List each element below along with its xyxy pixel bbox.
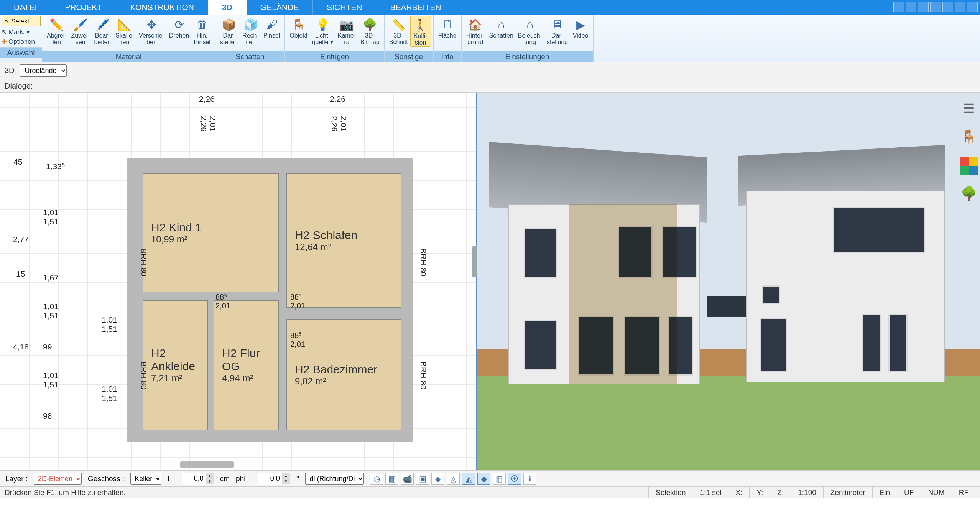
toolbar-icon[interactable]: ▣ <box>416 473 429 485</box>
ribbon-button[interactable]: 🚶Kolli- sion <box>410 16 431 47</box>
step-up-icon[interactable]: ▲ <box>282 473 290 479</box>
ribbon-button[interactable]: 🌳3D- Bitmap <box>358 16 382 46</box>
toolbar-icon[interactable]: ▦ <box>385 473 398 485</box>
ribbon-button[interactable]: 🖌Pinsel <box>261 16 283 40</box>
ribbon-button[interactable]: 🖥Dar- stellung <box>544 16 570 46</box>
ribbon-button[interactable]: 🧊Rech- nen <box>240 16 261 46</box>
room-area: 12,64 m² <box>295 242 331 252</box>
floor-plan[interactable]: H2 Kind 110,99 m²H2 Schlafen12,64 m²H2 A… <box>127 158 413 442</box>
tab-3d[interactable]: 3D <box>208 0 247 15</box>
group-title: Einstellungen <box>462 51 593 62</box>
phi-stepper[interactable]: ▲▼ <box>258 473 290 485</box>
room[interactable]: H2 Ankleide7,21 m² <box>143 300 208 430</box>
tab-datei[interactable]: DATEI <box>0 0 51 15</box>
length-input[interactable] <box>182 473 206 485</box>
length-stepper[interactable]: ▲▼ <box>182 473 214 485</box>
toolbar-icon[interactable]: ⦿ <box>508 473 521 485</box>
ribbon-button[interactable]: ⌂Beleuch- tung <box>516 16 544 46</box>
step-down-icon[interactable]: ▼ <box>282 479 290 484</box>
ribbon-button[interactable]: 📐Skalie- ren <box>113 16 136 46</box>
win-tool-icon[interactable] <box>893 2 904 12</box>
minimize-icon[interactable] <box>942 2 953 12</box>
ribbon-button[interactable]: ⌂Schatten <box>487 16 516 40</box>
layers-icon[interactable]: ☰ <box>960 101 978 118</box>
tree-icon[interactable]: 🌳 <box>960 186 978 203</box>
view-3d[interactable]: ☰ 🪑 🌳 <box>477 93 980 470</box>
group-title: Material <box>42 51 215 62</box>
status-scale: 1:100 <box>791 487 823 498</box>
tab-konstruktion[interactable]: KONSTRUKTION <box>116 0 208 15</box>
status-uf: UF <box>897 487 921 498</box>
toolbar-icon[interactable]: ℹ <box>523 473 536 485</box>
help-icon[interactable] <box>930 2 941 12</box>
tab-gelaende[interactable]: GELÄNDE <box>247 0 313 15</box>
win-restore-icon[interactable] <box>918 2 929 12</box>
room-name: H2 Kind 1 <box>151 221 202 234</box>
plan-view-2d[interactable]: 45 1,33⁵ 2,77 1,01 1,51 15 1,67 4,18 1,0… <box>0 93 477 470</box>
ribbon-button[interactable]: 🏠Hinter- grund <box>464 16 487 46</box>
step-down-icon[interactable]: ▼ <box>206 479 214 484</box>
window-controls <box>891 0 980 15</box>
ribbon-icon: 📦 <box>221 17 237 32</box>
ribbon-label: Kame- ra <box>338 32 356 45</box>
ribbon-button[interactable]: 📏3D- Schnitt <box>387 16 410 46</box>
ribbon-button[interactable]: 🖌️Zuwei- sen <box>69 16 92 46</box>
toolbar-icon[interactable]: ◬ <box>447 473 460 485</box>
ribbon-group-einfuegen: 🪑Objekt💡Licht- quelle ▾📷Kame- ra🌳3D- Bit… <box>285 15 384 62</box>
toolbar-icon[interactable]: ◷ <box>370 473 383 485</box>
ribbon-button[interactable]: 🗒Fläche <box>436 16 459 40</box>
tab-projekt[interactable]: PROJEKT <box>51 0 116 15</box>
layer-select[interactable]: 2D-Elemen <box>34 473 82 485</box>
room-name: H2 Ankleide <box>151 347 199 373</box>
ribbon-button[interactable]: ✏️Abgrei- fen <box>44 16 69 46</box>
toolbar-icon[interactable]: ◈ <box>431 473 444 485</box>
close-icon[interactable] <box>967 2 978 12</box>
status-selection: Selektion <box>648 487 692 498</box>
room[interactable]: H2 Kind 110,99 m² <box>143 173 279 292</box>
ribbon-button[interactable]: 💡Licht- quelle ▾ <box>310 16 335 46</box>
brh-label: BRH 80 <box>419 361 428 390</box>
tab-bearbeiten[interactable]: BEARBEITEN <box>376 0 455 15</box>
phi-unit: ° <box>296 475 299 483</box>
geschoss-select[interactable]: Keller <box>130 473 161 485</box>
ribbon-icon: 📷 <box>339 17 354 32</box>
optionen-button[interactable]: ✚Optionen <box>2 38 41 46</box>
ribbon-icon: ✏️ <box>49 17 64 32</box>
win-copy-icon[interactable] <box>906 2 916 12</box>
room[interactable]: H2 Flur OG4,94 m² <box>214 300 279 430</box>
ribbon-icon: ▶ <box>573 17 588 32</box>
toolbar-icon[interactable]: 📹 <box>401 473 414 485</box>
ribbon-group-sonstige: 📏3D- Schnitt🚶Kolli- sion Sonstige <box>385 15 434 62</box>
step-up-icon[interactable]: ▲ <box>206 473 214 479</box>
ribbon-icon: 📐 <box>117 17 133 32</box>
ribbon-button[interactable]: ▶Video <box>570 16 591 40</box>
ribbon-button[interactable]: 📦Dar- stellen <box>218 16 240 46</box>
toolbar-icon[interactable]: ◆ <box>477 473 490 485</box>
tab-sichten[interactable]: SICHTEN <box>313 0 376 15</box>
layer-select[interactable]: Urgelände <box>20 64 67 77</box>
maximize-icon[interactable] <box>955 2 965 12</box>
ribbon-label: Pinsel <box>263 32 280 39</box>
color-swatch-icon[interactable] <box>960 157 978 175</box>
selekt-button[interactable]: ↖Selekt <box>2 16 41 26</box>
dl-select[interactable]: dl (Richtung/Di <box>305 473 364 485</box>
ribbon-button[interactable]: 📷Kame- ra <box>335 16 358 46</box>
ribbon-button[interactable]: 🗑Hin. Pinsel <box>191 16 213 46</box>
room[interactable]: H2 Schlafen12,64 m² <box>286 173 401 308</box>
brh-label: BRH 80 <box>139 361 148 390</box>
ribbon-label: Objekt <box>289 32 307 39</box>
toolbar-icon[interactable]: ◭ <box>462 473 475 485</box>
ribbon-button[interactable]: ✥Verschie- ben <box>136 16 167 46</box>
scroll-thumb-horizontal[interactable] <box>180 461 234 468</box>
mark-button[interactable]: ↖Mark.▾ <box>2 28 41 36</box>
ribbon-group-material: ✏️Abgrei- fen🖌️Zuwei- sen🖊️Bear- beiten📐… <box>42 15 215 62</box>
ribbon-label: Verschie- ben <box>139 32 164 45</box>
ribbon-button[interactable]: ⟳Drehen <box>167 16 191 40</box>
pane-splitter[interactable] <box>472 246 477 277</box>
door-dimension: 88⁵ 2,01 <box>215 292 230 310</box>
ribbon-button[interactable]: 🪑Objekt <box>287 16 309 40</box>
toolbar-icon[interactable]: ▦ <box>493 473 506 485</box>
phi-input[interactable] <box>258 473 282 485</box>
chair-icon[interactable]: 🪑 <box>960 129 978 147</box>
ribbon-button[interactable]: 🖊️Bear- beiten <box>92 16 113 46</box>
